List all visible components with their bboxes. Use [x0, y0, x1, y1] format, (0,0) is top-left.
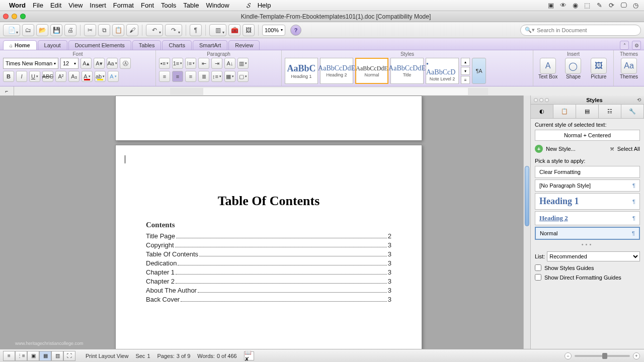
- open-button[interactable]: 📂: [36, 24, 48, 36]
- menu-font[interactable]: Font: [141, 2, 154, 9]
- grow-font-button[interactable]: A▴: [80, 58, 92, 69]
- menu-file[interactable]: File: [33, 2, 43, 9]
- sidebar-button[interactable]: ▥: [209, 24, 226, 36]
- highlight-button[interactable]: ab: [95, 71, 106, 82]
- borders-button[interactable]: ▢: [237, 71, 249, 82]
- styles-tab-5[interactable]: 🔧: [621, 105, 644, 118]
- insert-picture[interactable]: 🖼Picture: [587, 58, 610, 79]
- select-all-link[interactable]: Select All: [617, 146, 640, 152]
- align-center-button[interactable]: ≡: [172, 71, 183, 82]
- zoom-select[interactable]: 100%▾: [262, 25, 285, 36]
- style-list-item[interactable]: [No Paragraph Style]¶: [535, 179, 640, 192]
- current-style-value[interactable]: Normal + Centered: [535, 130, 640, 141]
- toc-entry[interactable]: Table Of Contents3: [146, 250, 391, 258]
- view-fullscreen-button[interactable]: ⛶: [63, 351, 75, 361]
- increase-indent-button[interactable]: ⇥: [211, 58, 222, 69]
- decrease-indent-button[interactable]: ⇤: [198, 58, 209, 69]
- style-gallery-up[interactable]: ▴: [461, 58, 470, 66]
- undo-button[interactable]: ↶: [146, 24, 163, 36]
- style-note-level-2[interactable]: • AaBbCcDNote Level 2: [426, 58, 459, 84]
- menu-table[interactable]: Table: [183, 2, 199, 9]
- font-color-button[interactable]: A: [82, 71, 93, 82]
- sys-camera-icon[interactable]: ▣: [546, 2, 555, 9]
- insert-shape[interactable]: ◯Shape: [561, 58, 585, 79]
- menu-insert[interactable]: Insert: [90, 2, 106, 9]
- tab-home[interactable]: ⌂Home: [3, 40, 37, 50]
- zoom-in-button[interactable]: +: [633, 352, 640, 359]
- multilevel-list-button[interactable]: ⁝≡: [185, 58, 196, 69]
- menu-edit[interactable]: Edit: [50, 2, 61, 9]
- menu-window[interactable]: Window: [206, 2, 229, 9]
- styles-panel-arrow-icon[interactable]: ⟲: [637, 97, 641, 103]
- copy-button[interactable]: ⧉: [98, 24, 110, 36]
- tab-review[interactable]: Review: [228, 40, 260, 50]
- sys-sync-icon[interactable]: ⟳: [607, 2, 616, 9]
- toc-entry[interactable]: Chapter 23: [146, 278, 391, 285]
- search-field[interactable]: 🔍▾: [520, 25, 641, 36]
- style-normal[interactable]: AaBbCcDdENormal: [355, 58, 388, 84]
- shrink-font-button[interactable]: A▾: [94, 58, 105, 69]
- save-button[interactable]: 💾: [50, 24, 62, 36]
- toc-entry[interactable]: About The Author3: [146, 287, 391, 294]
- subscript-button[interactable]: A₂: [68, 71, 79, 82]
- style-list-item[interactable]: Clear Formatting: [535, 166, 640, 178]
- sys-photo-icon[interactable]: ◉: [571, 2, 580, 9]
- superscript-button[interactable]: A²: [55, 71, 66, 82]
- view-print-layout-button[interactable]: ▦: [39, 351, 51, 361]
- text-effects-button[interactable]: A: [108, 71, 119, 82]
- style-list-more[interactable]: •••: [535, 241, 640, 247]
- open-from-template-button[interactable]: 🗂: [22, 24, 34, 36]
- redo-button[interactable]: ↷: [165, 24, 182, 36]
- paste-button[interactable]: 📋: [112, 24, 124, 36]
- vertical-scrollbar[interactable]: [523, 96, 530, 349]
- line-spacing-button[interactable]: ↕≡: [211, 71, 222, 82]
- view-notebook-button[interactable]: ▥: [51, 351, 63, 361]
- bold-button[interactable]: B: [3, 71, 14, 82]
- align-left-button[interactable]: ≡: [159, 71, 170, 82]
- menu-format[interactable]: Format: [113, 2, 134, 9]
- ribbon-collapse-button[interactable]: ˄: [620, 41, 629, 50]
- new-doc-button[interactable]: 📄: [3, 24, 20, 36]
- close-window-button[interactable]: [3, 14, 9, 19]
- justify-button[interactable]: ≣: [198, 71, 209, 82]
- print-button[interactable]: 🖨: [64, 24, 76, 36]
- menu-script-icon[interactable]: 𝓢: [247, 2, 251, 10]
- sort-button[interactable]: A↓: [224, 58, 235, 69]
- page-current[interactable]: Table Of Contents Contents Title Page2Co…: [115, 145, 422, 349]
- strikethrough-button[interactable]: ABC: [42, 71, 53, 82]
- zoom-window-button[interactable]: [20, 14, 26, 19]
- show-direct-formatting-checkbox[interactable]: Show Direct Formatting Guides: [535, 274, 640, 281]
- styles-tab-4[interactable]: ☷: [599, 105, 621, 118]
- shading-button[interactable]: ▦: [224, 71, 235, 82]
- panel-close-button[interactable]: [534, 98, 538, 102]
- underline-button[interactable]: U: [29, 71, 40, 82]
- view-outline-button[interactable]: ⋮≡: [15, 351, 27, 361]
- style-heading2[interactable]: AaBbCcDdEHeading 2: [320, 58, 353, 84]
- bullets-button[interactable]: •≡: [159, 58, 170, 69]
- italic-button[interactable]: I: [16, 71, 27, 82]
- style-gallery-more[interactable]: ≡: [461, 76, 470, 84]
- numbering-button[interactable]: 1≡: [172, 58, 183, 69]
- show-formatting-button[interactable]: ¶: [190, 24, 202, 36]
- font-name-select[interactable]: Times New Roman▾: [3, 58, 58, 69]
- toc-entry[interactable]: Chapter 13: [146, 268, 391, 276]
- toolbox-button[interactable]: 🧰: [228, 24, 240, 36]
- toc-entry[interactable]: Dedication3: [146, 259, 391, 267]
- zoom-out-button[interactable]: −: [565, 352, 572, 359]
- themes-button[interactable]: AaThemes: [617, 58, 641, 79]
- style-list-item[interactable]: Heading 2¶: [535, 211, 640, 225]
- horizontal-ruler[interactable]: [170, 88, 488, 95]
- toc-entry[interactable]: Back Cover3: [146, 296, 391, 303]
- style-list-item[interactable]: Normal¶: [535, 227, 640, 240]
- panel-zoom-button[interactable]: [545, 98, 549, 102]
- tab-document-elements[interactable]: Document Elements: [68, 40, 131, 50]
- view-draft-button[interactable]: ≡: [3, 351, 15, 361]
- search-input[interactable]: [537, 27, 636, 33]
- media-browser-button[interactable]: 🖼: [243, 24, 255, 36]
- view-publishing-button[interactable]: ▣: [27, 351, 39, 361]
- ribbon-options-button[interactable]: ⚙: [632, 41, 641, 50]
- tab-stop-selector[interactable]: ⌐: [0, 86, 14, 96]
- menu-view[interactable]: View: [68, 2, 83, 9]
- sys-display-icon[interactable]: 🖵: [619, 2, 628, 9]
- styles-tab-2[interactable]: 📋: [553, 105, 576, 118]
